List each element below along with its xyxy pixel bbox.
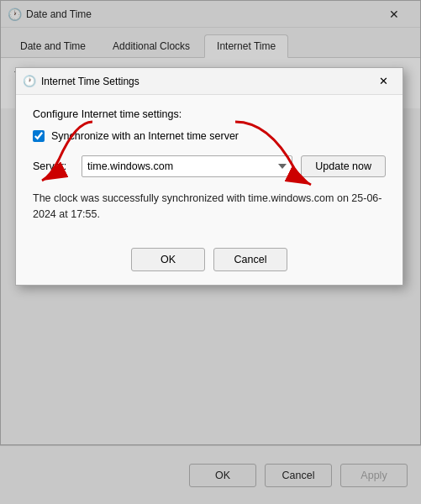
server-label: Server: xyxy=(33,160,75,172)
dialog-cancel-button[interactable]: Cancel xyxy=(213,248,287,271)
dialog-body: Configure Internet time settings: Synchr… xyxy=(16,95,403,285)
server-select[interactable]: time.windows.com time.nist.gov pool.ntp.… xyxy=(82,155,292,177)
dialog-close-button[interactable]: ✕ xyxy=(371,71,396,92)
config-label: Configure Internet time settings: xyxy=(33,108,386,120)
checkbox-label: Synchronize with an Internet time server xyxy=(51,130,239,142)
server-row: Server: time.windows.com time.nist.gov p… xyxy=(33,155,386,177)
sync-message: The clock was successfully synchronized … xyxy=(33,191,386,223)
dialog-ok-button[interactable]: OK xyxy=(131,248,205,271)
checkbox-row: Synchronize with an Internet time server xyxy=(33,130,386,142)
dialog-title: Internet Time Settings xyxy=(41,76,371,87)
dialog-title-bar: 🕐 Internet Time Settings ✕ xyxy=(16,68,403,95)
sync-checkbox[interactable] xyxy=(33,130,45,142)
dialog-buttons: OK Cancel xyxy=(33,239,386,271)
internet-time-settings-dialog: 🕐 Internet Time Settings ✕ Configure Int… xyxy=(15,67,403,286)
dialog-icon: 🕐 xyxy=(23,75,36,88)
update-now-button[interactable]: Update now xyxy=(301,155,386,177)
